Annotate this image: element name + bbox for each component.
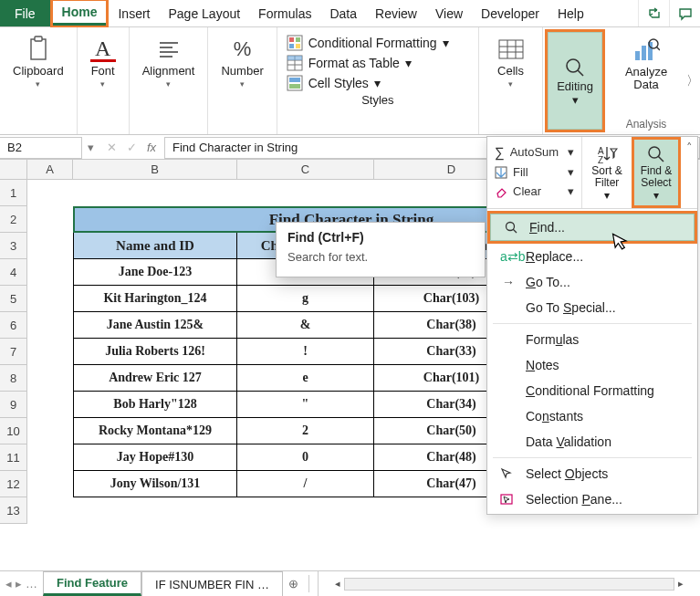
menu-page-layout[interactable]: Page Layout — [159, 0, 249, 26]
horizontal-scrollbar[interactable]: ◂ ▸ — [318, 571, 700, 596]
sheet-tab[interactable]: IF ISNUMBER FIN … — [141, 571, 283, 596]
menu-goto[interactable]: → Go To... — [487, 269, 697, 295]
menu-data-validation[interactable]: Data Validation — [487, 429, 697, 455]
find-select-button[interactable]: Find & Select ▾ — [632, 137, 681, 208]
row-header[interactable]: 1 — [0, 180, 27, 206]
table-row[interactable]: Julia Roberts 126!!Char(33) — [73, 339, 529, 365]
menu-conditional-formatting[interactable]: Conditional Formatting — [487, 378, 697, 403]
menu-constants[interactable]: Constants — [487, 403, 697, 429]
cell-sign[interactable]: 2 — [237, 418, 374, 444]
name-box-dropdown[interactable]: ▾ — [82, 141, 99, 154]
tab-nav-first[interactable]: ◂ — [5, 577, 12, 591]
table-row[interactable]: Jane Austin 125&&Char(38) — [73, 312, 529, 339]
editing-button[interactable]: Editing ▾ — [548, 32, 602, 130]
cell-sign[interactable]: g — [237, 286, 374, 312]
analyze-data-button[interactable]: Analyze Data — [614, 33, 678, 97]
table-row[interactable]: Kit Harington_124gChar(103) — [73, 286, 529, 312]
col-header[interactable]: B — [73, 160, 237, 180]
cell-name[interactable]: Jay Hope#130 — [73, 444, 237, 471]
tab-nav-more[interactable]: … — [26, 577, 37, 591]
table-header[interactable]: Name and ID — [73, 233, 237, 259]
menu-insert[interactable]: Insert — [109, 0, 159, 26]
cell-name[interactable]: Rocky Montana*129 — [73, 418, 237, 444]
cell-name[interactable]: Julia Roberts 126! — [73, 339, 237, 365]
autosum-button[interactable]: ∑ AutoSum ▾ — [491, 142, 578, 162]
menu-notes[interactable]: Notes — [487, 352, 697, 378]
ribbon-overflow[interactable]: 〉 — [685, 27, 700, 134]
scroll-right[interactable]: ▸ — [674, 578, 687, 590]
row-header[interactable]: 6 — [0, 312, 27, 339]
table-row[interactable]: Bob Harly"128"Char(34) — [73, 392, 529, 418]
menu-home[interactable]: Home — [53, 1, 107, 26]
cell-sign[interactable]: & — [237, 312, 374, 339]
sheet-tab-active[interactable]: Find Feature — [43, 571, 141, 596]
menu-find[interactable]: Find... — [490, 214, 695, 241]
row-header[interactable]: 3 — [0, 233, 27, 259]
cell-sign[interactable]: 0 — [237, 444, 374, 471]
sort-filter-button[interactable]: AZ Sort & Filter ▾ — [582, 137, 632, 208]
cells-button[interactable]: Cells ▾ — [492, 33, 529, 92]
row-header[interactable]: 8 — [0, 365, 27, 392]
cell-name[interactable]: Jane Doe-123 — [73, 259, 237, 286]
menu-developer[interactable]: Developer — [472, 0, 549, 26]
col-header[interactable]: C — [237, 160, 374, 180]
tab-nav-prev[interactable]: ▸ — [16, 577, 22, 591]
scroll-left[interactable]: ◂ — [331, 578, 344, 590]
fx-icon[interactable]: fx — [144, 141, 159, 154]
menu-data[interactable]: Data — [320, 0, 366, 26]
row-header[interactable]: 4 — [0, 259, 27, 286]
menu-formulas[interactable]: Formulas — [487, 327, 697, 352]
alignment-button[interactable]: Alignment ▾ — [137, 33, 201, 92]
cell-styles-button[interactable]: Cell Styles ▾ — [287, 73, 469, 93]
font-label: Font — [91, 64, 115, 78]
table-row[interactable]: Jony Wilson/131/Char(47) — [73, 471, 529, 497]
clipboard-button[interactable]: Clipboard ▾ — [7, 33, 69, 92]
number-button[interactable]: % Number ▾ — [215, 33, 268, 92]
fill-button[interactable]: Fill ▾ — [491, 163, 578, 181]
cell-name[interactable]: Andrew Eric 127 — [73, 365, 237, 392]
menu-select-objects[interactable]: Select Objects — [487, 461, 697, 486]
menu-file[interactable]: File — [0, 0, 50, 26]
table-row[interactable]: Jay Hope#1300Char(48) — [73, 444, 529, 471]
cell-sign[interactable]: / — [237, 471, 374, 497]
cell-name[interactable]: Jane Austin 125& — [73, 312, 237, 339]
menu-review[interactable]: Review — [366, 0, 426, 26]
tooltip-body: Search for text. — [287, 250, 474, 264]
cell-sign[interactable]: e — [237, 365, 374, 392]
cell-name[interactable]: Jony Wilson/131 — [73, 471, 237, 497]
conditional-formatting-button[interactable]: Conditional Formatting ▾ — [287, 33, 469, 53]
row-header[interactable]: 10 — [0, 418, 27, 444]
collapse-flyout[interactable]: ˄ — [681, 137, 697, 208]
cell-sign[interactable]: ! — [237, 339, 374, 365]
table-row[interactable]: Andrew Eric 127eChar(101) — [73, 365, 529, 392]
menu-replace[interactable]: a⇄b Replace... — [487, 244, 697, 269]
clear-button[interactable]: Clear ▾ — [491, 183, 578, 200]
menu-goto-special[interactable]: Go To Special... — [487, 295, 697, 320]
row-header[interactable]: 5 — [0, 286, 27, 312]
cell-name[interactable]: Kit Harington_124 — [73, 286, 237, 312]
cell-sign[interactable]: " — [237, 392, 374, 418]
comments-icon[interactable] — [669, 0, 700, 26]
cancel-icon[interactable]: ✕ — [104, 141, 119, 154]
col-header[interactable]: A — [27, 160, 73, 180]
format-as-table-button[interactable]: Format as Table ▾ — [287, 53, 469, 73]
menu-selection-pane[interactable]: Selection Pane... — [487, 486, 697, 512]
menu-help[interactable]: Help — [549, 0, 593, 26]
select-all-corner[interactable] — [0, 160, 27, 180]
add-sheet-button[interactable]: ⊕ — [283, 571, 305, 596]
row-header[interactable]: 11 — [0, 444, 27, 471]
row-header[interactable]: 12 — [0, 471, 27, 497]
cell-name[interactable]: Bob Harly"128 — [73, 392, 237, 418]
name-box[interactable]: B2 — [0, 137, 82, 159]
menu-formulas[interactable]: Formulas — [249, 0, 320, 26]
row-header[interactable]: 13 — [0, 497, 27, 524]
table-row[interactable]: Rocky Montana*1292Char(50) — [73, 418, 529, 444]
row-header[interactable]: 2 — [0, 206, 27, 233]
share-icon[interactable] — [638, 0, 669, 26]
chevron-down-icon: ▾ — [572, 93, 579, 107]
row-header[interactable]: 7 — [0, 339, 27, 365]
row-header[interactable]: 9 — [0, 392, 27, 418]
font-button[interactable]: A Font ▾ — [85, 33, 121, 92]
menu-view[interactable]: View — [426, 0, 472, 26]
enter-icon[interactable]: ✓ — [124, 141, 139, 154]
